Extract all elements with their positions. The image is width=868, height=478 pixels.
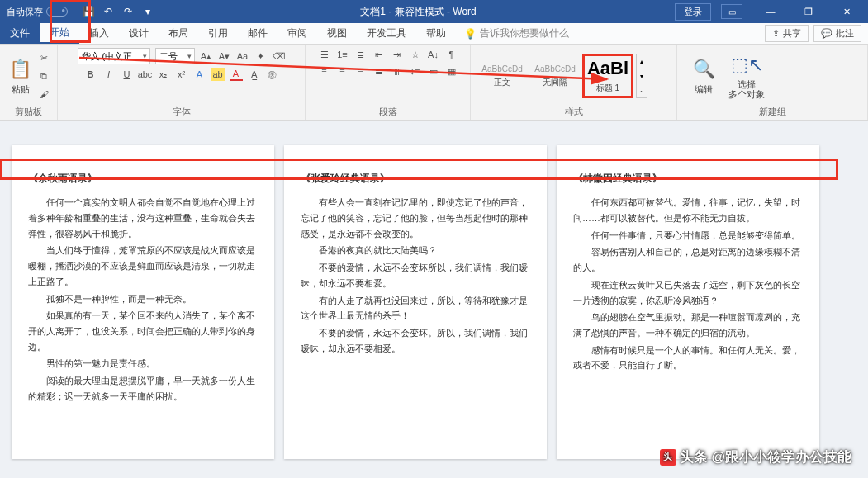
tab-developer[interactable]: 开发工具 <box>357 23 416 44</box>
redo-icon[interactable]: ↷ <box>122 6 134 17</box>
tab-design[interactable]: 设计 <box>119 23 159 44</box>
tab-references[interactable]: 引用 <box>198 23 238 44</box>
share-icon: ⇪ <box>772 28 780 39</box>
tab-help[interactable]: 帮助 <box>416 23 456 44</box>
subscript-button[interactable]: x₂ <box>157 68 170 81</box>
annotation-home-tab-highlight <box>50 0 91 43</box>
copy-icon[interactable]: ⧉ <box>37 69 50 83</box>
justify-icon[interactable]: ≣ <box>372 64 386 78</box>
tab-review[interactable]: 审阅 <box>277 23 317 44</box>
body-text: 如果真的有一天，某个回不来的人消失了，某个离不开的人离开了，也没关系，时间会把正… <box>28 308 258 354</box>
clipboard-group-label: 剪贴板 <box>7 104 50 118</box>
body-text: 孤独不是一种脾性，而是一种无奈。 <box>28 291 258 307</box>
shrink-font-icon[interactable]: A▾ <box>218 50 231 63</box>
clipboard-icon: 📋 <box>8 57 33 82</box>
annotation-headings-highlight <box>0 159 838 180</box>
watermark-text: 头条 @跟小小筱学办公技能 <box>680 447 851 466</box>
find-icon: 🔍 <box>691 57 716 82</box>
show-marks-icon[interactable]: ¶ <box>445 48 458 61</box>
style-gallery-scroll[interactable]: ▴▾⌄ <box>636 54 647 98</box>
body-text: 香港的夜真的就比大陆美吗？ <box>301 243 530 258</box>
page-2: 《张爱玲经典语录》 有些人会一直刻在记忆里的，即使忘记了他的声音，忘记了他的笑容… <box>284 145 547 459</box>
tell-me[interactable]: 💡 告诉我你想要做什么 <box>464 23 569 44</box>
comments-label: 批注 <box>836 27 854 40</box>
style-nospacing[interactable]: AaBbCcDd 无间隔 <box>530 54 580 97</box>
body-text: 鸟的翅膀在空气里振动。那是一种喧嚣而凛冽的，充满了恐惧的声音。一种不确定的归宿的… <box>573 310 803 340</box>
minimize-button[interactable]: — <box>752 0 789 23</box>
asian-layout-icon[interactable]: ☆ <box>409 48 422 61</box>
close-button[interactable]: ✕ <box>828 0 865 23</box>
tab-file[interactable]: 文件 <box>0 23 40 44</box>
body-text: 当人们终于懂得，笼罩荒原的不应该是战火而应该是暖棚，播洒沙漠的不应该是鲜血而应该… <box>28 243 258 289</box>
font-color-icon[interactable]: A <box>230 68 243 81</box>
highlight-icon[interactable]: ab <box>211 68 225 81</box>
align-center-icon[interactable]: ≡ <box>336 64 349 78</box>
sort-icon[interactable]: A↓ <box>427 48 440 61</box>
watermark: 头 头条 @跟小小筱学办公技能 <box>660 447 851 466</box>
restore-button[interactable]: ❐ <box>790 0 827 23</box>
numbering-icon[interactable]: 1≡ <box>336 48 349 61</box>
font-size-combo[interactable]: 二号 <box>155 48 195 64</box>
lightbulb-icon: 💡 <box>464 28 477 40</box>
paste-button[interactable]: 📋 粘贴 <box>7 57 34 96</box>
share-label: 共享 <box>783 27 801 40</box>
font-name-combo[interactable]: 华文 (中文正 <box>78 48 150 64</box>
text-effects-icon[interactable]: A <box>193 68 206 81</box>
share-button[interactable]: ⇪共享 <box>765 25 809 42</box>
change-case-icon[interactable]: Aa <box>236 50 249 63</box>
enclosed-char-icon[interactable]: ㊩ <box>266 68 279 81</box>
select-multi-label: 选择 多个对象 <box>728 79 765 99</box>
strike-button[interactable]: abc <box>139 68 152 81</box>
align-left-icon[interactable]: ≡ <box>318 64 331 78</box>
bold-button[interactable]: B <box>84 68 97 81</box>
italic-button[interactable]: I <box>102 68 116 81</box>
select-multi-button[interactable]: ⬚↖ 选择 多个对象 <box>727 53 766 99</box>
tab-view[interactable]: 视图 <box>317 23 357 44</box>
edit-button[interactable]: 🔍 编辑 <box>684 57 723 96</box>
distributed-icon[interactable]: ⫼ <box>391 64 404 78</box>
body-text: 任何东西都可被替代。爱情，往事，记忆，失望，时间……都可以被替代。但是你不能无力… <box>573 195 803 225</box>
style-name: 正文 <box>494 77 510 88</box>
ribbon-options-icon[interactable]: ▭ <box>721 4 742 19</box>
body-text: 有的人走了就再也没回来过，所以，等待和犹豫才是这个世界上最无情的杀手！ <box>301 293 530 324</box>
styles-group-label: 样式 <box>477 104 670 118</box>
multilevel-icon[interactable]: ≣ <box>354 48 368 61</box>
body-text: 任何一件事情，只要心甘情愿，总是能够变得简单。 <box>573 228 803 244</box>
body-text: 容易伤害别人和自己的，总是对距离的边缘模糊不清的人。 <box>573 244 803 275</box>
tab-mailings[interactable]: 邮件 <box>238 23 277 44</box>
select-objects-icon: ⬚↖ <box>734 53 759 78</box>
superscript-button[interactable]: x² <box>175 68 188 81</box>
char-border-icon[interactable]: A̲ <box>248 68 261 81</box>
watermark-icon: 头 <box>660 449 676 466</box>
underline-button[interactable]: U <box>121 68 134 81</box>
login-button[interactable]: 登录 <box>675 3 711 21</box>
style-preview: AaBbCcDd <box>481 64 522 73</box>
page-3: 《林徽因经典语录》 任何东西都可被替代。爱情，往事，记忆，失望，时间……都可以被… <box>557 145 819 459</box>
comments-button[interactable]: 💬批注 <box>813 25 861 42</box>
page-1: 《余秋雨语录》 任何一个真实的文明人都会自觉不自觉地在心理上过着多种年龄相重叠的… <box>12 145 274 459</box>
tab-layout[interactable]: 布局 <box>159 23 198 44</box>
increase-indent-icon[interactable]: ⇥ <box>391 48 404 61</box>
line-spacing-icon[interactable]: ↕≡ <box>409 64 422 78</box>
format-painter-icon[interactable]: 🖌 <box>37 88 50 101</box>
decrease-indent-icon[interactable]: ⇤ <box>372 48 386 61</box>
style-normal[interactable]: AaBbCcDd 正文 <box>477 54 527 97</box>
borders-icon[interactable]: ▦ <box>445 64 458 78</box>
body-text: 不要的爱情，永远不会变坏。所以，我们调情，我们暧昧，却永远不要相爱。 <box>301 325 530 356</box>
grow-font-icon[interactable]: A▴ <box>200 50 213 63</box>
shading-icon[interactable]: ▭ <box>427 64 440 78</box>
bullets-icon[interactable]: ☰ <box>318 48 331 61</box>
style-heading1[interactable]: AaBl 标题 1 <box>583 54 633 97</box>
phonetic-guide-icon[interactable]: ✦ <box>254 50 268 63</box>
paste-label: 粘贴 <box>12 83 30 96</box>
edit-label: 编辑 <box>695 83 713 96</box>
annotation-style-highlight <box>582 54 633 98</box>
body-text: 男性的第一魅力是责任感。 <box>28 356 258 372</box>
cut-icon[interactable]: ✂ <box>37 51 50 64</box>
align-right-icon[interactable]: ≡ <box>354 64 368 78</box>
clear-format-icon[interactable]: ⌫ <box>273 50 286 63</box>
paragraph-group-label: 段落 <box>312 104 463 118</box>
undo-icon[interactable]: ↶ <box>102 6 114 17</box>
comment-icon: 💬 <box>821 28 832 39</box>
qat-more-icon[interactable]: ▾ <box>142 6 154 17</box>
